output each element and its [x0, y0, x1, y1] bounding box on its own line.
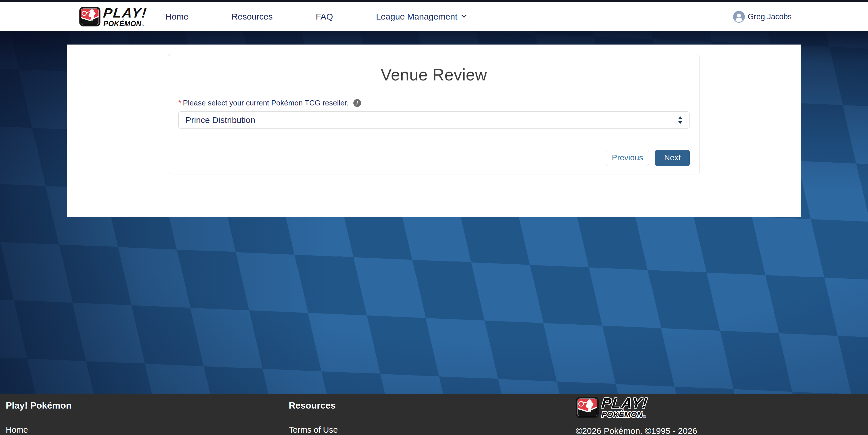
footer-column-resources: Resources Terms of Use Privacy Notice [289, 394, 576, 435]
venue-review-card-footer: Previous Next [168, 141, 700, 174]
required-marker: * [178, 98, 181, 107]
logo-play-word: PLAY! [103, 6, 148, 20]
stepper-down-arrow-icon [678, 121, 682, 124]
stepper-up-arrow-icon [678, 116, 682, 119]
footer-links-play-pokemon: Home Ad Settings [6, 426, 289, 435]
select-stepper-icon [678, 116, 682, 124]
footer-heading-resources: Resources [289, 400, 576, 411]
footer-link-home[interactable]: Home [6, 426, 289, 434]
next-button[interactable]: Next [655, 150, 690, 166]
nav-item-home[interactable]: Home [166, 12, 189, 22]
nav-item-resources[interactable]: Resources [231, 12, 273, 22]
footer-link-terms-of-use[interactable]: Terms of Use [289, 426, 576, 434]
copyright-text: ©2026 Pokémon. ©1995 - 2026 [576, 426, 697, 435]
play-pokemon-logo-text: PLAY! POKÉMON™ [103, 6, 147, 27]
chevron-down-icon [461, 12, 466, 18]
footer-logo-text: PLAY! POKÉMON™ [601, 396, 648, 418]
nav-item-faq[interactable]: FAQ [316, 12, 333, 22]
play-pokemon-logo-icon [79, 7, 100, 26]
footer-trademark-symbol: ™ [643, 415, 646, 418]
reseller-field-label: Please select your current Pokémon TCG r… [183, 98, 349, 108]
venue-review-card-body: Venue Review * Please select your curren… [168, 54, 700, 140]
top-strip [0, 0, 868, 2]
reseller-field-label-row: * Please select your current Pokémon TCG… [178, 98, 689, 108]
footer-logo-play-word: PLAY! [601, 396, 649, 410]
footer-heading-play-pokemon: Play! Pokémon [6, 400, 289, 411]
main-area: Venue Review * Please select your curren… [0, 31, 868, 394]
previous-button[interactable]: Previous [606, 150, 649, 166]
user-menu[interactable]: Greg Jacobs [733, 11, 792, 23]
info-icon[interactable]: i [353, 99, 361, 107]
user-avatar-icon [733, 11, 745, 23]
trademark-symbol: ™ [142, 24, 145, 27]
user-name: Greg Jacobs [748, 12, 792, 21]
footer-column-play-pokemon: Play! Pokémon Home Ad Settings [0, 394, 289, 435]
footer-play-pokemon-logo: PLAY! POKÉMON™ [576, 396, 697, 418]
venue-review-card: Venue Review * Please select your curren… [168, 54, 700, 174]
reseller-select-value: Prince Distribution [185, 115, 255, 125]
footer-links-resources: Terms of Use Privacy Notice [289, 426, 576, 435]
reseller-select[interactable]: Prince Distribution [178, 112, 689, 128]
footer: Play! Pokémon Home Ad Settings Resources… [0, 394, 868, 435]
nav-item-league-management[interactable]: League Management [376, 12, 466, 22]
footer-play-pokemon-logo-icon [576, 397, 599, 418]
play-pokemon-logo[interactable]: PLAY! POKÉMON™ [79, 6, 147, 27]
header: PLAY! POKÉMON™ Home Resources FAQ League… [0, 2, 868, 31]
footer-column-brand: PLAY! POKÉMON™ ©2026 Pokémon. ©1995 - 20… [576, 394, 697, 435]
page-title: Venue Review [168, 65, 700, 84]
main-nav: Home Resources FAQ League Management [166, 12, 466, 22]
footer-logo-pokemon-word: POKÉMON™ [601, 411, 648, 418]
content-panel: Venue Review * Please select your curren… [67, 45, 801, 216]
logo-pokemon-word: POKÉMON™ [103, 20, 147, 27]
page: PLAY! POKÉMON™ Home Resources FAQ League… [0, 0, 868, 435]
